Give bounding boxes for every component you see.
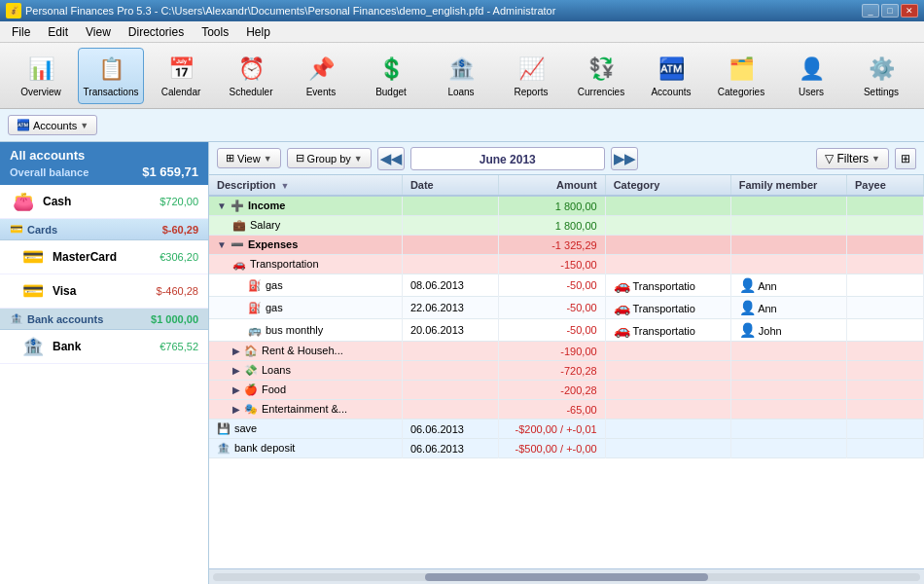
cell-category — [605, 216, 730, 236]
toolbar-transactions[interactable]: 📋 Transactions — [78, 48, 144, 104]
app-title: Personal Finances Pro 5.3 - C:\Users\Ale… — [25, 5, 555, 17]
menu-edit[interactable]: Edit — [40, 23, 76, 41]
toolbar-loans[interactable]: 🏦 Loans — [428, 48, 494, 104]
toolbar-events[interactable]: 📌 Events — [288, 48, 354, 104]
cell-category — [605, 196, 730, 216]
cell-date — [402, 400, 498, 420]
group-by-button[interactable]: ⊟ Group by ▼ — [287, 148, 372, 168]
cell-family-member — [730, 342, 846, 361]
cell-payee — [846, 319, 923, 342]
col-payee: Payee — [846, 175, 923, 196]
sidebar-item-visa[interactable]: 💳 Visa $-460,28 — [0, 274, 208, 309]
toolbar-calendar[interactable]: 📅 Calendar — [148, 48, 214, 104]
minimize-button[interactable]: _ — [862, 4, 879, 18]
table-row[interactable]: ⛽gas 22.06.2013 -50,00 🚗 Transportatio 👤… — [209, 297, 924, 319]
cell-date: 20.06.2013 — [402, 319, 498, 342]
cell-description: 💾save — [209, 420, 402, 439]
transactions-table-container[interactable]: Description ▼ Date Amount Category — [209, 175, 924, 568]
overview-label: Overview — [20, 87, 61, 97]
loans-label: Loans — [447, 87, 474, 97]
cell-date — [402, 196, 498, 216]
cell-amount: -50,00 — [498, 297, 605, 319]
cards-group-balance: $-60,29 — [162, 224, 198, 236]
toolbar-scheduler[interactable]: ⏰ Scheduler — [218, 48, 284, 104]
filters-dropdown-arrow: ▼ — [871, 154, 880, 164]
view-icon: ⊞ — [226, 152, 234, 164]
sidebar-item-bank[interactable]: 🏦 Bank €765,52 — [0, 330, 208, 364]
menu-directories[interactable]: Directories — [121, 23, 192, 41]
toolbar-users[interactable]: 👤 Users — [778, 48, 844, 104]
table-row[interactable]: ▶🏠Rent & Househ... -190,00 — [209, 342, 924, 361]
bank-accounts-group-header[interactable]: 🏦 Bank accounts $1 000,00 — [0, 309, 208, 330]
table-row[interactable]: ▼➕Income 1 800,00 — [209, 196, 924, 216]
toolbar-settings[interactable]: ⚙️ Settings — [848, 48, 914, 104]
content-area: ⊞ View ▼ ⊟ Group by ▼ ◀◀ June 2013 ▶▶ ▽ … — [209, 142, 924, 584]
cell-payee — [846, 381, 923, 400]
menu-tools[interactable]: Tools — [194, 23, 236, 41]
cell-date — [402, 381, 498, 400]
cell-family-member — [730, 381, 846, 400]
bank-icon: 🏦 — [19, 336, 47, 357]
table-row[interactable]: 🚌bus monthly 20.06.2013 -50,00 🚗 Transpo… — [209, 319, 924, 342]
cell-payee — [846, 236, 923, 255]
cell-description: ▼➖Expenses — [209, 236, 402, 255]
toolbar-overview[interactable]: 📊 Overview — [8, 48, 74, 104]
cell-date: 06.06.2013 — [402, 439, 498, 458]
secondary-toolbar: 🏧 Accounts ▼ — [0, 109, 924, 142]
table-row[interactable]: 🏦bank deposit 06.06.2013 -$500,00 / +-0,… — [209, 439, 924, 458]
table-row[interactable]: 🚗Transportation -150,00 — [209, 255, 924, 274]
cell-family-member: 👤 Ann — [730, 297, 846, 319]
toolbar-budget[interactable]: 💲 Budget — [358, 48, 424, 104]
cell-family-member — [730, 216, 846, 236]
cell-description: ▶💸Loans — [209, 361, 402, 381]
cell-category — [605, 400, 730, 420]
current-period-display: June 2013 — [410, 147, 605, 170]
cell-amount: -65,00 — [498, 400, 605, 420]
toolbar-accounts[interactable]: 🏧 Accounts — [638, 48, 704, 104]
table-row[interactable]: ⛽gas 08.06.2013 -50,00 🚗 Transportatio 👤… — [209, 274, 924, 297]
bank-accounts-group-icon: 🏦 — [10, 312, 23, 325]
menu-bar: File Edit View Directories Tools Help — [0, 21, 924, 43]
menu-file[interactable]: File — [4, 23, 38, 41]
close-button[interactable]: ✕ — [901, 4, 918, 18]
cell-category: 🚗 Transportatio — [605, 297, 730, 319]
sidebar-item-cash[interactable]: 👛 Cash $720,00 — [0, 185, 208, 219]
group-by-dropdown-arrow: ▼ — [354, 154, 363, 164]
accounts-dropdown-button[interactable]: 🏧 Accounts ▼ — [8, 115, 97, 135]
maximize-button[interactable]: □ — [881, 4, 899, 18]
cell-payee — [846, 255, 923, 274]
table-row[interactable]: 💾save 06.06.2013 -$200,00 / +-0,01 — [209, 420, 924, 439]
menu-view[interactable]: View — [78, 23, 119, 41]
cards-group-header[interactable]: 💳 Cards $-60,29 — [0, 219, 208, 240]
table-row[interactable]: ▶🍎Food -200,28 — [209, 381, 924, 400]
cell-category — [605, 361, 730, 381]
sidebar-item-mastercard[interactable]: 💳 MasterCard €306,20 — [0, 240, 208, 274]
menu-help[interactable]: Help — [238, 23, 278, 41]
calendar-icon: 📅 — [165, 54, 196, 85]
reports-icon: 📈 — [515, 54, 547, 85]
next-period-button[interactable]: ▶▶ — [611, 147, 638, 170]
all-accounts-header[interactable]: All accounts Overall balance $1 659,71 — [0, 142, 208, 185]
cell-amount: 1 800,00 — [498, 196, 605, 216]
cell-amount: -50,00 — [498, 319, 605, 342]
filters-label: Filters — [836, 152, 869, 165]
cell-amount: -720,28 — [498, 361, 605, 381]
toolbar-currencies[interactable]: 💱 Currencies — [568, 48, 634, 104]
table-row[interactable]: ▶🎭Entertainment &... -65,00 — [209, 400, 924, 420]
toolbar-reports[interactable]: 📈 Reports — [498, 48, 564, 104]
cell-description: 🚌bus monthly — [209, 319, 402, 342]
table-row[interactable]: 💼Salary 1 800,00 — [209, 216, 924, 236]
cards-group-icon: 💳 — [10, 223, 23, 236]
accounts-dropdown-label: Accounts — [33, 120, 77, 131]
toolbar-categories[interactable]: 🗂️ Categories — [708, 48, 774, 104]
col-category: Category — [605, 175, 730, 196]
table-header-row: Description ▼ Date Amount Category — [209, 175, 924, 196]
prev-period-button[interactable]: ◀◀ — [377, 147, 405, 170]
table-row[interactable]: ▶💸Loans -720,28 — [209, 361, 924, 381]
view-toggle-button[interactable]: ⊞ — [895, 148, 916, 169]
cell-date: 06.06.2013 — [402, 420, 498, 439]
table-row[interactable]: ▼➖Expenses -1 325,29 — [209, 236, 924, 255]
filters-button[interactable]: ▽ Filters ▼ — [816, 148, 889, 169]
view-button[interactable]: ⊞ View ▼ — [217, 148, 281, 168]
horizontal-scrollbar[interactable] — [209, 568, 924, 584]
